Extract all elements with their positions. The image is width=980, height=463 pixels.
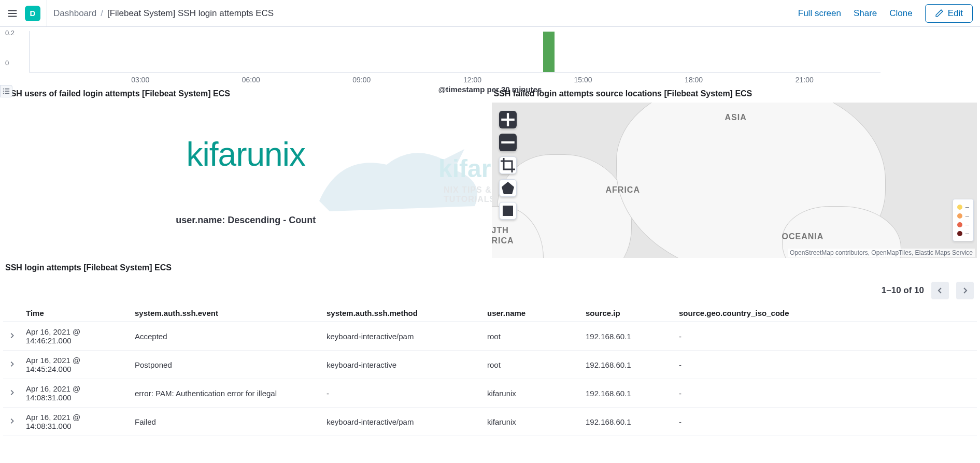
- edit-button-label: Edit: [948, 8, 963, 19]
- chevron-right-icon: [8, 332, 16, 339]
- cell-method: keyboard-interactive/pam: [321, 408, 482, 436]
- cell-method: keyboard-interactive: [321, 351, 482, 379]
- cell-time: Apr 16, 2021 @ 14:45:24.000: [21, 351, 130, 379]
- plus-icon: [499, 111, 517, 128]
- chart-plot-area[interactable]: [29, 31, 880, 73]
- cell-event: Failed: [130, 408, 321, 436]
- legend-swatch-label: –: [965, 229, 969, 237]
- clone-button[interactable]: Clone: [889, 8, 912, 19]
- col-ip[interactable]: source.ip: [580, 305, 674, 322]
- map-canvas[interactable]: ASIA AFRICA OCEANIA JTH RICA: [492, 103, 977, 258]
- col-method[interactable]: system.auth.ssh.method: [321, 305, 482, 322]
- map-rect-button[interactable]: [499, 202, 517, 220]
- chart-ytick: 0: [5, 59, 9, 67]
- cell-ip: 192.168.60.1: [580, 379, 674, 408]
- table-row: Apr 16, 2021 @ 14:08:31.000error: PAM: A…: [3, 379, 977, 408]
- cell-country: -: [674, 379, 977, 408]
- map-label-sa2: RICA: [492, 236, 514, 245]
- cell-event: Accepted: [130, 322, 321, 351]
- map-label-asia: ASIA: [725, 113, 747, 122]
- map-legend[interactable]: ––––: [953, 199, 974, 241]
- row-expand-button[interactable]: [3, 379, 21, 408]
- map-label-africa: AFRICA: [606, 185, 640, 195]
- map-legend-item: –: [957, 220, 969, 229]
- map-zoom-out-button[interactable]: [499, 134, 517, 151]
- square-icon: [500, 202, 516, 219]
- map-fit-button[interactable]: [499, 156, 517, 174]
- col-time[interactable]: Time: [21, 305, 130, 322]
- cell-country: -: [674, 322, 977, 351]
- cell-ip: 192.168.60.1: [580, 322, 674, 351]
- row-expand-button[interactable]: [3, 408, 21, 436]
- svg-marker-12: [502, 182, 514, 194]
- cell-ip: 192.168.60.1: [580, 351, 674, 379]
- table-row: Apr 16, 2021 @ 14:46:21.000Acceptedkeybo…: [3, 322, 977, 351]
- map-legend-item: –: [957, 202, 969, 211]
- watermark-logo: kifarunix: [187, 135, 305, 173]
- table-panel: SSH login attempts [Filebeat System] ECS…: [0, 258, 980, 436]
- svg-rect-8: [5, 93, 9, 94]
- map-attribution: OpenStreetMap contributors, OpenMapTiles…: [788, 249, 975, 257]
- legend-swatch-icon: [957, 213, 962, 219]
- pager-prev-button[interactable]: [931, 282, 949, 299]
- chart-xlabel: @timestamp per 30 minutes: [6, 85, 974, 94]
- cell-event: Postponed: [130, 351, 321, 379]
- legend-swatch-label: –: [965, 221, 969, 228]
- cell-event: error: PAM: Authentication error for ill…: [130, 379, 321, 408]
- chart-bar[interactable]: [543, 32, 555, 72]
- cell-method: keyboard-interactive/pam: [321, 322, 482, 351]
- map-label-sa1: JTH: [492, 226, 509, 235]
- legend-swatch-label: –: [965, 203, 969, 211]
- cell-user: kifarunix: [482, 408, 580, 436]
- cell-user: root: [482, 322, 580, 351]
- fullscreen-button[interactable]: Full screen: [798, 8, 841, 19]
- breadcrumb-current: [Filebeat System] SSH login attempts ECS: [107, 8, 274, 19]
- cell-country: -: [674, 408, 977, 436]
- users-panel: SSH users of failed login attempts [File…: [3, 87, 489, 258]
- chevron-left-icon: [936, 286, 944, 295]
- map-zoom-in-button[interactable]: [499, 111, 517, 128]
- chevron-right-icon: [8, 417, 16, 425]
- svg-rect-6: [5, 91, 9, 92]
- login-attempts-table: Time system.auth.ssh.event system.auth.s…: [3, 305, 977, 436]
- col-user[interactable]: user.name: [482, 305, 580, 322]
- pager-next-button[interactable]: [956, 282, 974, 299]
- legend-swatch-icon: [957, 205, 962, 210]
- svg-rect-13: [503, 206, 513, 216]
- col-country[interactable]: source.geo.country_iso_code: [674, 305, 977, 322]
- share-button[interactable]: Share: [854, 8, 877, 19]
- row-expand-button[interactable]: [3, 351, 21, 379]
- app-badge[interactable]: D: [25, 6, 40, 21]
- chart-xticks: 03:0006:0009:0012:0015:0018:0021:00: [29, 73, 880, 83]
- table-header-row: Time system.auth.ssh.event system.auth.s…: [3, 305, 977, 322]
- pencil-icon: [935, 9, 944, 18]
- nav-toggle-button[interactable]: [0, 0, 25, 27]
- map-panel: SSH failed login attempts source locatio…: [492, 87, 977, 258]
- svg-rect-7: [3, 93, 4, 94]
- chart-ytick: 0.2: [5, 29, 15, 37]
- crop-icon: [500, 157, 516, 173]
- breadcrumb-root[interactable]: Dashboard: [53, 8, 96, 19]
- cell-time: Apr 16, 2021 @ 14:08:31.000: [21, 379, 130, 408]
- col-event[interactable]: system.auth.ssh.event: [130, 305, 321, 322]
- table-row: Apr 16, 2021 @ 14:45:24.000Postponedkeyb…: [3, 351, 977, 379]
- timeseries-chart: 0.2 0 03:0006:0009:0012:0015:0018:0021:0…: [0, 27, 980, 84]
- table-panel-title: SSH login attempts [Filebeat System] ECS: [3, 261, 977, 277]
- chevron-right-icon: [8, 360, 16, 368]
- cell-country: -: [674, 351, 977, 379]
- row-expand-button[interactable]: [3, 322, 21, 351]
- pager-info: 1–10 of 10: [882, 285, 924, 296]
- cell-time: Apr 16, 2021 @ 14:46:21.000: [21, 322, 130, 351]
- header-actions: Full screen Share Clone Edit: [798, 4, 973, 23]
- legend-swatch-label: –: [965, 212, 969, 220]
- svg-rect-4: [5, 89, 9, 90]
- map-label-oceania: OCEANIA: [782, 232, 824, 241]
- table-toolbar: 1–10 of 10: [3, 277, 977, 305]
- hamburger-icon: [7, 8, 18, 19]
- users-panel-body[interactable]: kifarunix kifarunix NIX TIPS & TUTORIALS…: [3, 103, 489, 258]
- map-polygon-button[interactable]: [499, 179, 517, 197]
- legend-swatch-icon: [957, 222, 962, 227]
- edit-button[interactable]: Edit: [925, 4, 973, 23]
- legend-toggle-button[interactable]: [0, 85, 12, 97]
- table-pager: 1–10 of 10: [882, 282, 974, 299]
